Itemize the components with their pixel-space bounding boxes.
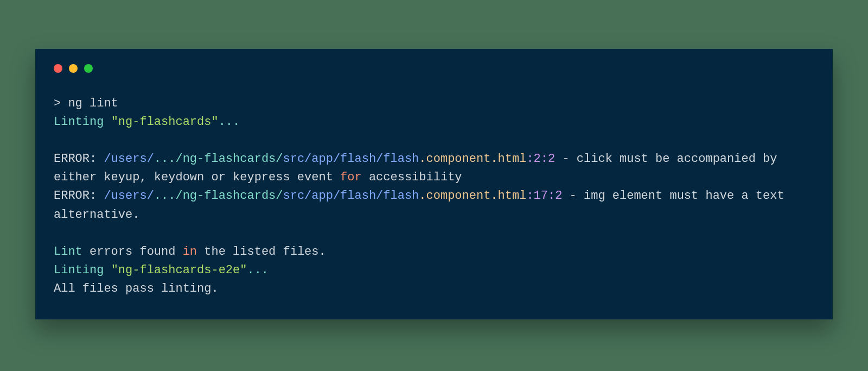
summary-text: the listed files. [197, 245, 326, 259]
project-name: "ng-flashcards-e2e" [111, 263, 247, 277]
linting-label: Linting [54, 115, 111, 129]
error-label: ERROR: [54, 152, 104, 166]
lint-word: Lint [54, 245, 82, 259]
path-seg: .../ng-flashcards/ [154, 189, 283, 203]
error-label: ERROR: [54, 189, 104, 203]
path-seg: /users/ [104, 189, 154, 203]
file-ext: .component.html [419, 152, 526, 166]
path-seg: .../ng-flashcards/ [154, 152, 283, 166]
all-pass: All files pass linting. [54, 282, 219, 295]
close-icon[interactable] [54, 64, 62, 73]
line-col: :2:2 [526, 152, 555, 166]
terminal-window: > ng lint Linting "ng-flashcards"... ERR… [35, 49, 833, 319]
zoom-icon[interactable] [84, 64, 93, 73]
path-seg: src/app/flash/flash [283, 189, 419, 203]
project-name: "ng-flashcards" [111, 115, 219, 129]
error-message: accessibility [362, 171, 462, 184]
minimize-icon[interactable] [69, 64, 78, 73]
file-ext: .component.html [419, 189, 526, 203]
keyword: in [183, 245, 197, 259]
linting-label: Linting [54, 263, 111, 277]
prompt-line: > ng lint [54, 97, 118, 110]
line-col: :17:2 [526, 189, 562, 203]
path-seg: src/app/flash/flash [283, 152, 419, 166]
ellipsis: ... [219, 115, 240, 129]
keyword: for [340, 171, 362, 184]
terminal-output: > ng lint Linting "ng-flashcards"... ERR… [54, 95, 814, 298]
path-seg: /users/ [104, 152, 154, 166]
summary-text: errors found [82, 245, 183, 259]
ellipsis: ... [247, 263, 269, 277]
window-controls [54, 64, 814, 73]
